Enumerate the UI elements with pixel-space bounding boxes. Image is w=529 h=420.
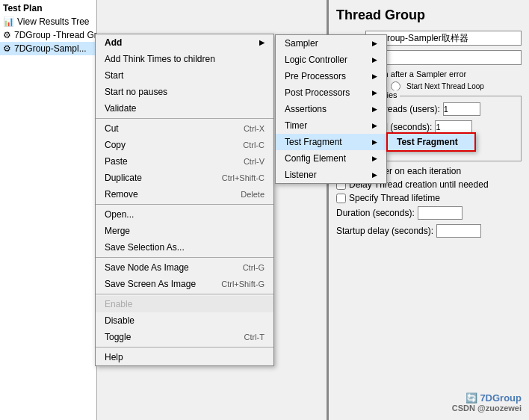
tree-item-sampler[interactable]: ⚙ 7DGroup-Sampl...	[0, 42, 96, 55]
gear-icon: ⚙	[3, 43, 11, 54]
menu-item-label: Remove	[105, 189, 138, 200]
menu-shortcut: Delete	[241, 190, 264, 199]
menu-item-label: Merge	[105, 226, 130, 236]
duration-input[interactable]	[418, 206, 463, 220]
menu-item-label: Pre Processors	[285, 71, 346, 81]
submenu-assertions[interactable]: Assertions	[276, 101, 386, 117]
menu-item-help[interactable]: Help	[96, 349, 273, 365]
menu-item-label: Test Fragment	[285, 137, 342, 147]
menu-item-label: Add	[105, 37, 122, 48]
tree-item-label: View Results Tree	[17, 16, 90, 27]
submenu-add: Sampler Logic Controller Pre Processors …	[275, 34, 387, 184]
menu-item-label: Timer	[285, 120, 307, 131]
menu-item-saveasimage[interactable]: Save Node As Image Ctrl-G	[96, 259, 273, 276]
menu-divider-1	[96, 118, 273, 119]
duration-row: Duration (seconds):	[336, 206, 522, 220]
submenu-config[interactable]: Config Element	[276, 150, 386, 167]
menu-item-disable[interactable]: Disable	[96, 312, 273, 329]
menu-item-label: Listener	[285, 170, 317, 180]
menu-item-saveas[interactable]: Save Selection As...	[96, 239, 273, 256]
menu-item-label: Paste	[105, 156, 128, 167]
menu-item-label: Start no pauses	[105, 87, 167, 97]
menu-item-validate[interactable]: Validate	[96, 100, 273, 117]
tree-panel: Test Plan 📊 View Results Tree ⚙ 7DGroup …	[0, 0, 97, 420]
menu-item-label: Assertions	[285, 104, 327, 114]
menu-item-startnopause[interactable]: Start no pauses	[96, 84, 273, 100]
submenu-testfragment-popup: Test Fragment	[386, 132, 476, 152]
submenu-postprocessors[interactable]: Post Processors	[276, 84, 386, 101]
menu-item-open[interactable]: Open...	[96, 206, 273, 223]
specify-lifetime-label: Specify Thread lifetime	[349, 193, 440, 203]
tree-root-label[interactable]: Test Plan	[0, 0, 96, 15]
menu-divider-5	[96, 347, 273, 348]
menu-item-duplicate[interactable]: Duplicate Ctrl+Shift-C	[96, 170, 273, 186]
menu-shortcut: Ctrl-T	[244, 333, 265, 342]
tree-item-results[interactable]: 📊 View Results Tree	[0, 15, 96, 28]
submenu-timer[interactable]: Timer	[276, 117, 386, 134]
chart-icon: 📊	[3, 16, 14, 27]
menu-item-merge[interactable]: Merge	[96, 223, 273, 239]
menu-item-label: Toggle	[105, 332, 131, 342]
menu-divider-4	[96, 294, 273, 294]
comments-input[interactable]	[364, 50, 522, 65]
menu-item-label: Help	[105, 352, 123, 362]
testfragment-item[interactable]: Test Fragment	[388, 134, 474, 150]
menu-item-label: Duplicate	[105, 173, 142, 183]
menu-item-label: Open...	[105, 209, 134, 220]
tree-item-label: 7DGroup-Sampl...	[14, 43, 87, 54]
menu-shortcut: Ctrl-G	[243, 263, 264, 272]
menu-item-label: Start	[105, 70, 123, 81]
watermark-sub: CSDN @zuozewei	[452, 404, 522, 413]
startup-delay-row: Startup delay (seconds):	[336, 224, 522, 238]
submenu-preprocessors[interactable]: Pre Processors	[276, 68, 386, 84]
menu-item-label: Test Fragment	[397, 137, 458, 147]
menu-item-label: Copy	[105, 140, 126, 150]
menu-shortcut: Ctrl+Shift-C	[222, 173, 264, 182]
specify-lifetime-checkbox[interactable]	[336, 194, 346, 203]
startnext-label: Start Next Thread Loop	[406, 82, 484, 90]
menu-item-start[interactable]: Start	[96, 67, 273, 84]
menu-item-addthinktimes[interactable]: Add Think Times to children	[96, 51, 273, 67]
specify-lifetime-row: Specify Thread lifetime	[336, 193, 522, 203]
submenu-sampler[interactable]: Sampler	[276, 35, 386, 52]
watermark-brand: 🔄 7DGroup	[452, 392, 522, 404]
submenu-logic[interactable]: Logic Controller	[276, 52, 386, 68]
menu-item-paste[interactable]: Paste Ctrl-V	[96, 153, 273, 170]
menu-item-label: Validate	[105, 103, 136, 114]
menu-item-label: Cut	[105, 123, 119, 134]
watermark: 🔄 7DGroup CSDN @zuozewei	[452, 392, 522, 413]
menu-item-add[interactable]: Add	[96, 34, 273, 51]
menu-item-label: Add Think Times to children	[105, 54, 215, 64]
menu-item-label: Save Selection As...	[105, 242, 185, 253]
tree-item-threadgroup[interactable]: ⚙ 7DGroup -Thread Group	[0, 28, 96, 42]
menu-item-label: Config Element	[285, 153, 346, 164]
menu-shortcut: Ctrl-X	[244, 124, 264, 133]
context-menu: Add Add Think Times to children Start St…	[95, 34, 274, 366]
menu-divider-3	[96, 257, 273, 258]
menu-item-copy[interactable]: Copy Ctrl-C	[96, 137, 273, 153]
menu-item-label: Logic Controller	[285, 55, 347, 65]
submenu-testfragment[interactable]: Test Fragment	[276, 134, 386, 150]
submenu-listener[interactable]: Listener	[276, 167, 386, 183]
menu-item-label: Save Node As Image	[105, 262, 189, 273]
menu-item-cut[interactable]: Cut Ctrl-X	[96, 120, 273, 137]
menu-item-enable[interactable]: Enable	[96, 296, 273, 312]
menu-item-toggle[interactable]: Toggle Ctrl-T	[96, 329, 273, 345]
menu-item-label: Save Screen As Image	[105, 279, 196, 289]
tree-item-label: 7DGroup -Thread Group	[14, 30, 96, 40]
num-threads-input[interactable]	[443, 102, 480, 116]
name-input[interactable]	[365, 31, 522, 46]
menu-shortcut: Ctrl+Shift-G	[221, 280, 264, 288]
duration-label: Duration (seconds):	[336, 208, 415, 218]
menu-item-savescreen[interactable]: Save Screen As Image Ctrl+Shift-G	[96, 276, 273, 292]
menu-item-label: Sampler	[285, 38, 318, 49]
menu-item-label: Post Processors	[285, 87, 350, 98]
gear-icon: ⚙	[3, 30, 11, 40]
menu-shortcut: Ctrl-C	[243, 140, 264, 149]
startup-delay-input[interactable]	[436, 224, 481, 238]
menu-item-label: Enable	[105, 299, 132, 309]
menu-item-label: Disable	[105, 315, 134, 326]
panel-title: Thread Group	[336, 7, 522, 23]
menu-item-remove[interactable]: Remove Delete	[96, 186, 273, 203]
menu-shortcut: Ctrl-V	[244, 157, 264, 166]
